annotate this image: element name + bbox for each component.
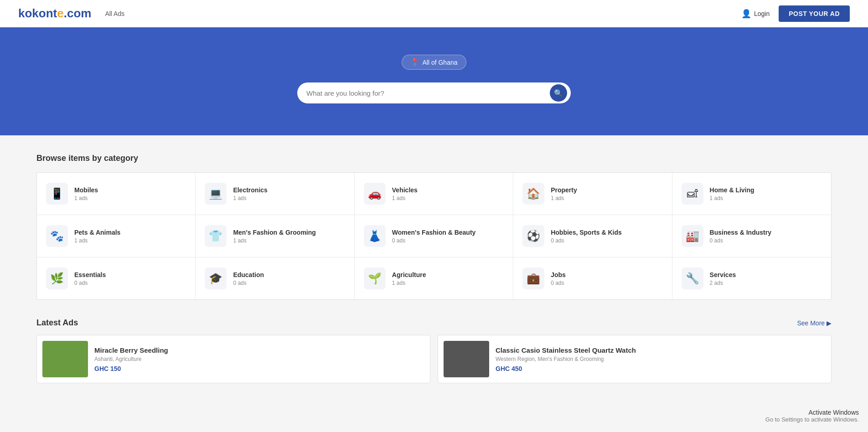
- ad2-image: [444, 341, 489, 377]
- latest-ads-header: Latest Ads See More ▶: [36, 318, 832, 328]
- hobbies-info: Hobbies, Sports & Kids 0 ads: [551, 228, 622, 244]
- category-mobiles[interactable]: 📱 Mobiles 1 ads: [37, 173, 196, 215]
- mobiles-info: Mobiles 1 ads: [74, 186, 98, 201]
- ad1-title: Miracle Berry Seedling: [94, 346, 168, 354]
- category-services[interactable]: 🔧 Services 2 ads: [672, 257, 831, 299]
- property-count: 1 ads: [551, 195, 577, 201]
- mens-fashion-count: 1 ads: [233, 237, 315, 244]
- header-right: 👤 Login POST YOUR AD: [741, 5, 850, 22]
- business-icon: 🏭: [682, 225, 703, 247]
- hobbies-name: Hobbies, Sports & Kids: [551, 228, 622, 237]
- category-jobs[interactable]: 💼 Jobs 0 ads: [513, 257, 672, 299]
- category-grid: 📱 Mobiles 1 ads 💻 Electronics 1 ads 🚗 Ve…: [36, 172, 832, 300]
- search-input[interactable]: [306, 89, 550, 97]
- jobs-icon: 💼: [522, 267, 544, 289]
- electronics-info: Electronics 1 ads: [233, 186, 267, 201]
- ad1-image: [42, 341, 88, 377]
- search-button[interactable]: 🔍: [550, 84, 567, 102]
- essentials-icon: 🌿: [46, 267, 68, 289]
- mens-fashion-info: Men's Fashion & Grooming 1 ads: [233, 228, 315, 244]
- all-ads-link[interactable]: All Ads: [105, 10, 124, 17]
- services-info: Services 2 ads: [710, 271, 736, 286]
- pets-animals-icon: 🐾: [46, 225, 68, 247]
- services-name: Services: [710, 271, 736, 279]
- hero-section: 📍 All of Ghana 🔍: [0, 27, 868, 135]
- vehicles-count: 1 ads: [392, 195, 418, 201]
- education-name: Education: [233, 271, 264, 279]
- ad2-title: Classic Casio Stainless Steel Quartz Wat…: [496, 346, 636, 354]
- vehicles-icon: 🚗: [364, 183, 386, 205]
- main-content: Browse items by category 📱 Mobiles 1 ads…: [0, 135, 868, 401]
- property-info: Property 1 ads: [551, 186, 577, 201]
- category-vehicles[interactable]: 🚗 Vehicles 1 ads: [355, 173, 513, 215]
- hobbies-count: 0 ads: [551, 237, 622, 244]
- search-icon: 🔍: [554, 89, 563, 98]
- womens-fashion-name: Women's Fashion & Beauty: [392, 228, 476, 237]
- business-count: 0 ads: [710, 237, 771, 244]
- agriculture-count: 1 ads: [392, 280, 426, 286]
- electronics-icon: 💻: [205, 183, 227, 205]
- location-pin-icon: 📍: [410, 58, 419, 67]
- logo[interactable]: kokonte.com: [18, 6, 91, 21]
- ad2-info: Classic Casio Stainless Steel Quartz Wat…: [496, 346, 636, 372]
- jobs-count: 0 ads: [551, 280, 566, 286]
- hobbies-icon: ⚽: [522, 225, 544, 247]
- agriculture-info: Agriculture 1 ads: [392, 271, 426, 286]
- pets-animals-name: Pets & Animals: [74, 228, 120, 237]
- latest-ads-section: Latest Ads See More ▶ Miracle Berry Seed…: [36, 318, 832, 383]
- category-hobbies[interactable]: ⚽ Hobbies, Sports & Kids 0 ads: [513, 215, 672, 257]
- category-womens-fashion[interactable]: 👗 Women's Fashion & Beauty 0 ads: [355, 215, 513, 257]
- login-label: Login: [754, 10, 770, 17]
- browse-section: Browse items by category 📱 Mobiles 1 ads…: [36, 154, 832, 300]
- services-icon: 🔧: [682, 267, 703, 289]
- category-agriculture[interactable]: 🌱 Agriculture 1 ads: [355, 257, 513, 299]
- education-count: 0 ads: [233, 280, 264, 286]
- browse-title: Browse items by category: [36, 154, 832, 163]
- home-living-icon: 🛋: [682, 183, 703, 205]
- agriculture-name: Agriculture: [392, 271, 426, 279]
- services-count: 2 ads: [710, 280, 736, 286]
- category-mens-fashion[interactable]: 👕 Men's Fashion & Grooming 1 ads: [196, 215, 354, 257]
- logo-o: e: [57, 6, 63, 21]
- pets-animals-info: Pets & Animals 1 ads: [74, 228, 120, 244]
- category-essentials[interactable]: 🌿 Essentials 0 ads: [37, 257, 196, 299]
- location-label: All of Ghana: [422, 59, 457, 66]
- electronics-name: Electronics: [233, 186, 267, 194]
- mobiles-count: 1 ads: [74, 195, 98, 201]
- ad1-location: Ashanti, Agriculture: [94, 356, 168, 362]
- location-button[interactable]: 📍 All of Ghana: [402, 55, 466, 70]
- category-electronics[interactable]: 💻 Electronics 1 ads: [196, 173, 354, 215]
- mens-fashion-icon: 👕: [205, 225, 227, 247]
- see-more-link[interactable]: See More ▶: [797, 319, 832, 327]
- home-living-name: Home & Living: [710, 186, 754, 194]
- home-living-info: Home & Living 1 ads: [710, 186, 754, 201]
- womens-fashion-info: Women's Fashion & Beauty 0 ads: [392, 228, 476, 244]
- latest-ads-title: Latest Ads: [36, 318, 78, 328]
- essentials-count: 0 ads: [74, 280, 106, 286]
- ad1-info: Miracle Berry Seedling Ashanti, Agricult…: [94, 346, 168, 372]
- jobs-info: Jobs 0 ads: [551, 271, 566, 286]
- user-icon: 👤: [741, 9, 751, 19]
- ad1-price: GHC 150: [94, 365, 168, 372]
- ads-grid: Miracle Berry Seedling Ashanti, Agricult…: [36, 335, 832, 383]
- property-name: Property: [551, 186, 577, 194]
- agriculture-icon: 🌱: [364, 267, 386, 289]
- ad-card-ad1[interactable]: Miracle Berry Seedling Ashanti, Agricult…: [36, 335, 430, 383]
- vehicles-info: Vehicles 1 ads: [392, 186, 418, 201]
- logo-text-com: .com: [64, 6, 92, 21]
- jobs-name: Jobs: [551, 271, 566, 279]
- mobiles-icon: 📱: [46, 183, 68, 205]
- category-home-living[interactable]: 🛋 Home & Living 1 ads: [672, 173, 831, 215]
- mens-fashion-name: Men's Fashion & Grooming: [233, 228, 315, 237]
- ad-card-ad2[interactable]: Classic Casio Stainless Steel Quartz Wat…: [438, 335, 832, 383]
- category-education[interactable]: 🎓 Education 0 ads: [196, 257, 354, 299]
- category-business[interactable]: 🏭 Business & Industry 0 ads: [672, 215, 831, 257]
- essentials-name: Essentials: [74, 271, 106, 279]
- category-pets-animals[interactable]: 🐾 Pets & Animals 1 ads: [37, 215, 196, 257]
- essentials-info: Essentials 0 ads: [74, 271, 106, 286]
- login-button[interactable]: 👤 Login: [741, 9, 770, 19]
- post-ad-button[interactable]: POST YOUR AD: [779, 5, 850, 22]
- category-property[interactable]: 🏠 Property 1 ads: [513, 173, 672, 215]
- business-name: Business & Industry: [710, 228, 771, 237]
- search-bar: 🔍: [297, 82, 571, 103]
